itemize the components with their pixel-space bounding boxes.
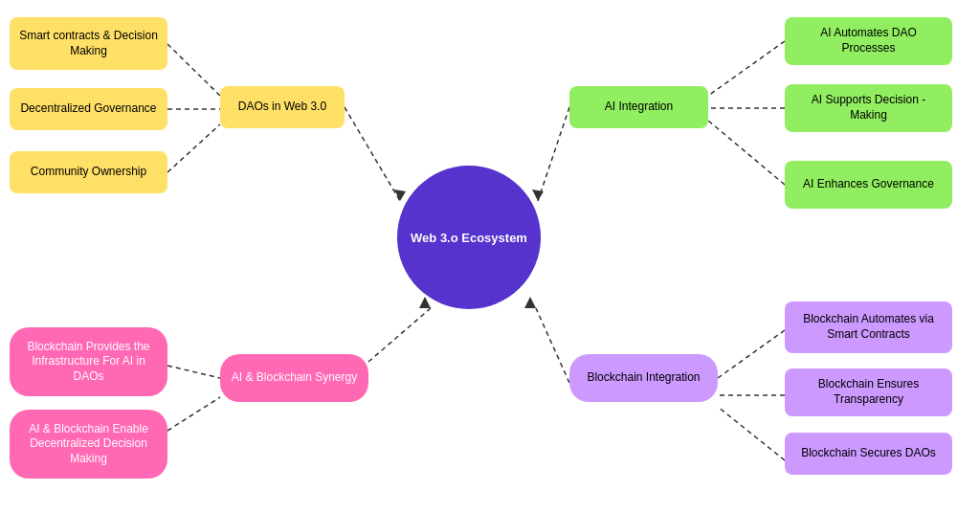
daos-node: DAOs in Web 3.0 [220,86,345,128]
blockchain-provides-node: Blockchain Provides the Infrastructure F… [10,327,167,396]
bc-secures-node: Blockchain Secures DAOs [785,433,952,475]
svg-line-18 [718,407,785,460]
dec-governance-node: Decentralized Governance [10,88,167,130]
svg-marker-11 [419,297,431,308]
ai-blockchain-node: AI & Blockchain Synergy [220,354,368,402]
community-node: Community Ownership [10,151,167,193]
ai-integration-node: AI Integration [569,86,708,128]
ai-enable-node: AI & Blockchain Enable Decentralized Dec… [10,410,167,479]
bc-automates-node: Blockchain Automates via Smart Contracts [785,301,952,353]
svg-marker-15 [524,297,536,308]
ai-supports-node: AI Supports Decision -Making [785,84,952,132]
svg-line-14 [536,308,569,383]
svg-line-4 [167,124,220,172]
center-node: Web 3.o Ecosystem [397,166,541,309]
svg-line-10 [368,308,431,362]
ai-enhances-node: AI Enhances Governance [785,161,952,209]
svg-marker-6 [532,190,544,201]
smart-contracts-node: Smart contracts & Decision Making [10,17,167,70]
svg-line-0 [345,107,400,201]
svg-line-7 [708,41,785,96]
ai-automates-node: AI Automates DAO Processes [785,17,952,65]
svg-line-12 [167,366,220,378]
svg-line-13 [167,397,220,431]
diagram: Web 3.o Ecosystem DAOs in Web 3.0 Smart … [0,0,980,513]
blockchain-integration-node: Blockchain Integration [569,354,718,402]
bc-ensures-node: Blockchain Ensures Transparency [785,368,952,416]
svg-line-5 [538,107,569,201]
svg-line-16 [718,330,785,378]
svg-marker-1 [394,190,406,201]
svg-line-2 [167,44,220,96]
svg-line-9 [708,121,785,185]
